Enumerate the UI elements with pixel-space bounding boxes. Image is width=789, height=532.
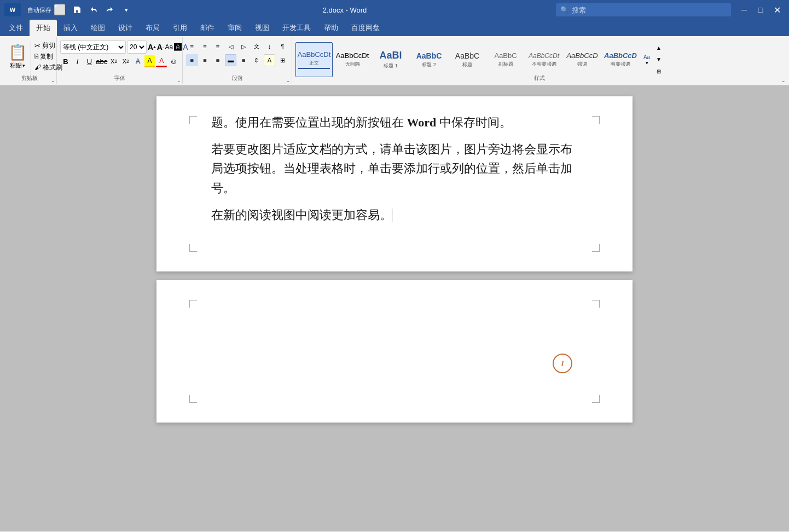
paste-button[interactable]: 📋 粘贴▾ (5, 41, 30, 72)
page1-para3[interactable]: 在新的阅读视图中阅读更加容易。 (211, 205, 578, 224)
show-marks-button[interactable]: ¶ (276, 41, 288, 53)
close-button[interactable]: ✕ (769, 2, 785, 18)
underline-button[interactable]: U (84, 55, 95, 67)
style-no-spacing[interactable]: AaBbCcDt 无间隔 (334, 42, 371, 77)
multilevel-list-button[interactable]: ≡ (212, 41, 224, 53)
tab-draw[interactable]: 绘图 (84, 20, 112, 36)
align-left-button[interactable]: ≡ (186, 54, 198, 66)
style-heading1-label: 标题 1 (384, 62, 398, 70)
align-right-button[interactable]: ≡ (212, 54, 224, 66)
font-size-increase-button[interactable]: A+ (148, 41, 156, 53)
bold-button[interactable]: B (60, 55, 71, 67)
word-app-icon[interactable]: W (4, 3, 21, 16)
text-effect-button[interactable]: A (132, 55, 143, 67)
search-input[interactable] (572, 6, 727, 14)
style-normal-underline (298, 68, 330, 69)
title-bar-right: 🔍 ─ □ ✕ (556, 2, 785, 18)
paragraph-expand-button[interactable]: ⌄ (286, 78, 291, 83)
font-group-label: 字体 (57, 74, 182, 82)
style-intense-emphasis-text: AaBbCcD (604, 51, 637, 60)
style-subtle-emphasis[interactable]: AaBbCcDt 不明显强调 (525, 42, 562, 77)
styles-container: AaBbCcDt 正文 AaBbCcDt 无间隔 AaBl 标题 1 AaBbC… (295, 38, 663, 79)
tab-layout[interactable]: 布局 (139, 20, 166, 36)
style-heading2[interactable]: AaBbC 标题 2 (410, 42, 448, 77)
bullets-button[interactable]: ≡ (186, 41, 198, 53)
font-size-decrease-button[interactable]: A- (157, 41, 164, 53)
font-color-button[interactable]: A (156, 55, 167, 67)
font-size-select[interactable]: 20 8101214 16182224 28364872 (127, 41, 147, 54)
styles-group: AaBbCcDt 正文 AaBbCcDt 无间隔 AaBl 标题 1 AaBbC… (292, 37, 787, 84)
restore-button[interactable]: □ (753, 2, 768, 18)
clipboard-group-label: 剪贴板 (2, 74, 56, 82)
tab-references[interactable]: 引用 (166, 20, 194, 36)
style-subtitle-label: 副标题 (498, 61, 513, 68)
increase-indent-button[interactable]: ▷ (238, 41, 250, 53)
style-more[interactable]: Aa ▾ (640, 42, 653, 77)
tab-help[interactable]: 帮助 (317, 20, 345, 36)
style-heading1-text: AaBl (379, 50, 402, 61)
tab-baidu[interactable]: 百度网盘 (345, 20, 386, 36)
search-bar[interactable]: 🔍 (556, 3, 731, 16)
style-title[interactable]: AaBbC 标题 (449, 42, 486, 77)
styles-up-button[interactable]: ▲ (654, 43, 663, 54)
style-normal[interactable]: AaBbCcDt 正文 (295, 42, 333, 77)
border-button[interactable]: ⊞ (276, 54, 288, 66)
tab-insert[interactable]: 插入 (57, 20, 84, 36)
page1-content[interactable]: 题。使用在需要位置出现的新按钮在 Word 中保存时间。 若要更改图片适应文档的… (211, 113, 578, 224)
line-spacing-button[interactable]: ⇕ (251, 54, 263, 66)
redo-button[interactable] (103, 3, 117, 17)
text-highlight-button[interactable]: A (144, 55, 155, 67)
tab-file[interactable]: 文件 (2, 20, 30, 36)
clipboard-expand-button[interactable]: ⌄ (51, 78, 55, 83)
quick-access-more-button[interactable]: ▾ (119, 3, 134, 17)
style-emphasis[interactable]: AaBbCcD 强调 (564, 42, 601, 77)
sort-button[interactable]: ↕ (264, 41, 276, 53)
tab-home[interactable]: 开始 (30, 20, 57, 36)
tab-design[interactable]: 设计 (112, 20, 139, 36)
style-heading1[interactable]: AaBl 标题 1 (372, 42, 409, 77)
subscript-button[interactable]: X2 (108, 55, 119, 67)
italic-button[interactable]: I (72, 55, 83, 67)
autosave-toggle[interactable]: ⬜ (54, 4, 66, 16)
text-cursor (392, 209, 392, 222)
change-case-button[interactable]: Aa (165, 41, 173, 53)
styles-expand-button[interactable]: ⌄ (781, 78, 786, 83)
distributed-button[interactable]: ≡ (237, 54, 250, 66)
justify-button[interactable]: ▬ (225, 54, 237, 66)
page1-corner-tl (189, 116, 197, 124)
style-title-text: AaBbC (455, 51, 479, 60)
font-family-select[interactable]: 等线 (中文正文) 宋体 微软雅黑 Times New Roman Arial (60, 41, 126, 54)
minimize-button[interactable]: ─ (736, 2, 752, 18)
save-quick-button[interactable] (70, 3, 84, 17)
tab-review[interactable]: 审阅 (221, 20, 248, 36)
superscript-button[interactable]: X2 (120, 55, 131, 67)
paragraph-group-label: 段落 (183, 74, 292, 82)
font-expand-button[interactable]: ⌄ (177, 78, 181, 83)
tab-developer[interactable]: 开发工具 (276, 20, 317, 36)
decrease-indent-button[interactable]: ◁ (225, 41, 237, 53)
numbering-button[interactable]: ≡ (199, 41, 211, 53)
shading-button[interactable]: A (264, 54, 276, 66)
style-intense-emphasis[interactable]: AaBbCcD 明显强调 (602, 42, 639, 77)
clear-format-button[interactable]: 🅰 (174, 41, 182, 53)
page1-para2[interactable]: 若要更改图片适应文档的方式，请单击该图片，图片旁边将会显示布局选项按钮。当处理表… (211, 140, 578, 198)
cursor-indicator: I (553, 354, 572, 373)
emoji-button[interactable]: ☺ (168, 55, 179, 67)
tab-mailings[interactable]: 邮件 (194, 20, 221, 36)
font-format-row: B I U abc X2 X2 A A A ☺ (60, 55, 179, 67)
chinese-format-button[interactable]: 文 (251, 41, 263, 53)
page1-corner-br (592, 244, 600, 252)
title-bar: W 自动保存 ⬜ ▾ 2.docx - Word 🔍 ─ □ ✕ (0, 0, 789, 20)
ribbon-tabs: 文件 开始 插入 绘图 设计 布局 引用 邮件 审阅 视图 开发工具 帮助 百度… (0, 20, 789, 36)
document-area[interactable]: 题。使用在需要位置出现的新按钮在 Word 中保存时间。 若要更改图片适应文档的… (0, 85, 789, 531)
styles-down-button[interactable]: ▼ (654, 54, 663, 65)
undo-button[interactable] (86, 3, 101, 17)
font-group: 等线 (中文正文) 宋体 微软雅黑 Times New Roman Arial … (57, 37, 183, 84)
page1-para1[interactable]: 题。使用在需要位置出现的新按钮在 Word 中保存时间。 (211, 113, 578, 132)
style-subtitle[interactable]: AaBbC 副标题 (487, 42, 524, 77)
strikethrough-button[interactable]: abc (96, 55, 107, 67)
paragraph-group: ≡ ≡ ≡ ◁ ▷ 文 ↕ ¶ ≡ ≡ ≡ ▬ ≡ ⇕ A ⊞ 段落 ⌄ (183, 37, 292, 84)
tab-view[interactable]: 视图 (248, 20, 276, 36)
paragraph-row1: ≡ ≡ ≡ ◁ ▷ 文 ↕ ¶ (186, 41, 288, 53)
align-center-button[interactable]: ≡ (199, 54, 211, 66)
